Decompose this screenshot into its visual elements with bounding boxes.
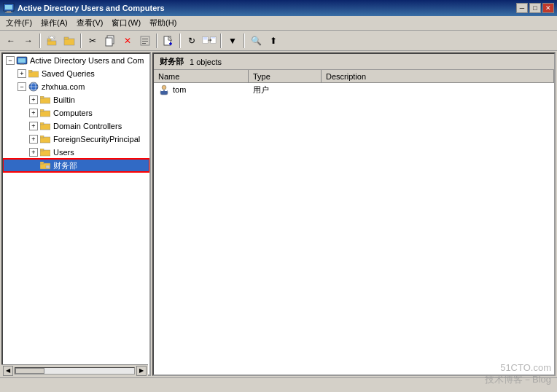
minimize-button[interactable]: ─ [516, 3, 528, 13]
toolbar-sep-6 [244, 34, 245, 48]
svg-rect-53 [161, 90, 163, 91]
root-label: Active Directory Users and Com [30, 56, 144, 65]
scroll-track[interactable] [15, 367, 135, 375]
fsp-expand[interactable]: + [29, 135, 38, 144]
dc-icon [39, 120, 51, 132]
svg-rect-2 [7, 11, 11, 12]
delete-button[interactable]: ✕ [120, 33, 136, 49]
scroll-thumb[interactable] [15, 368, 44, 374]
svg-rect-44 [40, 136, 44, 138]
toolbar-sep-5 [220, 34, 222, 48]
cell-type: 用户 [249, 84, 322, 96]
svg-rect-38 [40, 96, 44, 98]
svg-rect-13 [142, 39, 148, 39]
row-type: 用户 [253, 85, 269, 95]
tree-caiwubu[interactable]: 财务部 [3, 159, 149, 172]
fsp-icon [39, 133, 51, 145]
title-bar: Active Directory Users and Computers ─ □… [0, 0, 557, 16]
user-icon [158, 84, 170, 95]
columns-header: Name Type Description [154, 70, 554, 83]
filter-button[interactable]: ▼ [225, 33, 241, 49]
window-controls[interactable]: ─ □ ✕ [516, 3, 554, 13]
col-name[interactable]: Name [154, 70, 249, 82]
tree-domain[interactable]: − zhxhua.com [3, 80, 149, 93]
tree-computers[interactable]: + Computers [3, 106, 149, 119]
menu-action[interactable]: 操作(A) [36, 16, 72, 30]
right-header-count: 1 objects [190, 58, 222, 66]
folder-button[interactable] [61, 33, 77, 49]
row-name: tom [173, 85, 186, 94]
svg-rect-24 [211, 37, 215, 38]
copy-button[interactable] [102, 33, 118, 49]
svg-rect-5 [47, 39, 51, 41]
dc-label: Domain Controllers [53, 122, 122, 130]
tree-panel: − Active Directory Users and Com + Saved… [1, 52, 151, 376]
svg-rect-42 [40, 122, 44, 125]
computers-label: Computers [53, 109, 93, 117]
properties-button[interactable] [137, 33, 153, 49]
users-icon [39, 146, 51, 158]
svg-point-52 [163, 86, 165, 89]
menu-help[interactable]: 帮助(H) [145, 16, 181, 30]
saved-queries-label: Saved Queries [42, 69, 95, 78]
toolbar-sep-2 [80, 34, 82, 48]
scroll-right[interactable]: ▶ [136, 366, 147, 376]
tree-builtin[interactable]: + Builtin [3, 93, 149, 106]
svg-rect-8 [64, 39, 74, 45]
tree-scrollbar[interactable]: ◀ ▶ [1, 364, 148, 376]
dc-expand[interactable]: + [29, 122, 38, 130]
cut-button[interactable]: ✂ [85, 33, 101, 49]
root-icon [16, 55, 28, 66]
svg-rect-14 [142, 41, 148, 42]
right-header: 财务部 1 objects [154, 54, 554, 70]
tree-users[interactable]: + Users [3, 146, 149, 159]
tree-root[interactable]: − Active Directory Users and Com [3, 54, 149, 67]
search-button[interactable]: 🔍 [248, 33, 264, 49]
svg-rect-9 [64, 37, 69, 39]
tree-saved-queries[interactable]: + Saved Queries [3, 67, 149, 80]
toolbar-sep-3 [156, 34, 157, 48]
tree-foreign-security[interactable]: + ForeignSecurityPrincipal [3, 133, 149, 146]
toolbar-sep-1 [39, 34, 41, 48]
cell-name: tom [154, 83, 249, 96]
right-panel: 财务部 1 objects Name Type Description [152, 52, 556, 376]
col-description[interactable]: Description [322, 70, 554, 82]
users-expand[interactable]: + [29, 148, 38, 157]
forward-button[interactable]: → [20, 33, 36, 49]
window-title: Active Directory Users and Computers [17, 4, 516, 12]
back-button[interactable]: ← [3, 33, 19, 49]
computers-expand[interactable]: + [29, 109, 38, 117]
up-button[interactable] [44, 33, 60, 49]
new-button[interactable] [160, 33, 176, 49]
domain-icon [28, 81, 39, 93]
refresh-button[interactable]: ↻ [184, 33, 200, 49]
col-type[interactable]: Type [249, 70, 322, 82]
scroll-left[interactable]: ◀ [3, 366, 13, 376]
main-container: − Active Directory Users and Com + Saved… [0, 51, 557, 377]
tree-domain-controllers[interactable]: + Domain Controllers [3, 119, 149, 133]
svg-rect-48 [40, 162, 44, 164]
menu-file[interactable]: 文件(F) [1, 16, 36, 30]
caiwubu-label: 财务部 [53, 160, 77, 171]
svg-rect-40 [40, 109, 44, 111]
table-body: tom 用户 [154, 83, 554, 375]
cell-description [322, 89, 554, 90]
caiwubu-icon [39, 160, 51, 171]
domain-expand[interactable]: − [17, 82, 26, 91]
saved-queries-expand[interactable]: + [17, 69, 26, 78]
svg-rect-46 [40, 149, 44, 151]
export-button[interactable] [201, 33, 217, 49]
close-button[interactable]: ✕ [542, 3, 554, 13]
menu-bar: 文件(F) 操作(A) 查看(V) 窗口(W) 帮助(H) [0, 16, 557, 31]
root-expand[interactable]: − [6, 56, 15, 65]
menu-view[interactable]: 查看(V) [72, 16, 108, 30]
table-row[interactable]: tom 用户 [154, 83, 554, 96]
maximize-button[interactable]: □ [529, 3, 541, 13]
app-icon [3, 2, 15, 14]
svg-rect-31 [28, 70, 32, 72]
builtin-expand[interactable]: + [29, 95, 38, 104]
menu-window[interactable]: 窗口(W) [107, 16, 145, 30]
right-header-title: 财务部 [160, 56, 184, 67]
fsp-label: ForeignSecurityPrincipal [53, 135, 140, 144]
up2-button[interactable]: ⬆ [265, 33, 281, 49]
